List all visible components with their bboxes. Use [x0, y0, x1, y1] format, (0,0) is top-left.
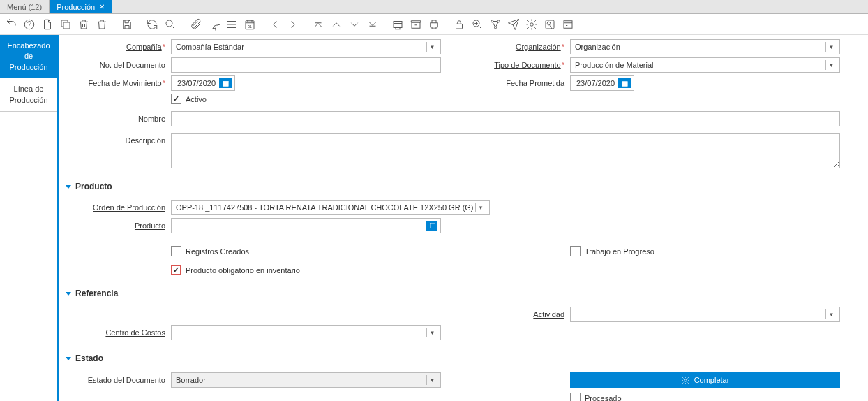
checkbox-box: [171, 246, 181, 256]
label-compania: Compañía*: [63, 43, 171, 51]
section-producto-label: Producto: [75, 182, 112, 191]
send-icon[interactable]: [507, 17, 521, 31]
select-organizacion-value: Organización: [574, 43, 825, 51]
print-icon[interactable]: [427, 17, 441, 31]
down-icon[interactable]: [347, 17, 361, 31]
svg-point-21: [684, 379, 687, 381]
svg-rect-7: [431, 22, 438, 27]
list-icon[interactable]: [225, 17, 239, 31]
svg-rect-1: [63, 22, 70, 29]
select-producto[interactable]: [171, 218, 441, 233]
first-icon[interactable]: [311, 17, 325, 31]
lookup-icon[interactable]: [426, 221, 437, 231]
checkbox-trabajo-label: Trabajo en Progreso: [585, 247, 654, 256]
help-icon[interactable]: [22, 17, 36, 31]
chevron-down-icon[interactable]: ▼: [825, 309, 837, 319]
chevron-down-icon[interactable]: ▼: [825, 60, 837, 70]
completar-button[interactable]: Completar: [570, 372, 840, 388]
checkbox-producto-obligatorio[interactable]: Producto obligatorio en inventario: [171, 265, 300, 275]
side-tab-header[interactable]: Encabezado de Producción: [0, 35, 57, 78]
extra-icon[interactable]: [561, 17, 575, 31]
archive-icon[interactable]: [409, 17, 423, 31]
checkbox-procesado[interactable]: Procesado: [570, 393, 622, 401]
side-tab-line[interactable]: Línea de Producción: [0, 78, 57, 112]
label-tipo-documento: Tipo de Documento*: [462, 61, 570, 69]
tab-produccion[interactable]: Producción ✕: [50, 0, 112, 13]
date-fecha-movimiento[interactable]: 23/07/2020: [171, 75, 235, 91]
chevron-down-icon[interactable]: ▼: [475, 203, 486, 212]
section-referencia-label: Referencia: [75, 289, 118, 298]
collapse-icon: [66, 357, 71, 360]
label-descripcion: Descripción: [63, 133, 171, 145]
label-producto: Producto: [63, 221, 171, 230]
side-tabs: Encabezado de Producción Línea de Produc…: [0, 35, 59, 401]
select-organizacion[interactable]: Organización ▼: [570, 39, 840, 54]
search-icon[interactable]: [163, 17, 177, 31]
label-no-documento: No. del Documento: [63, 61, 171, 69]
last-icon[interactable]: [366, 17, 380, 31]
select-compania[interactable]: Compañía Estándar ▼: [171, 39, 441, 54]
calendar-icon[interactable]: 31: [243, 17, 257, 31]
prev-icon[interactable]: [268, 17, 282, 31]
up-icon[interactable]: [329, 17, 343, 31]
checkbox-box: [171, 94, 181, 104]
close-icon[interactable]: ✕: [99, 3, 105, 10]
copy-icon[interactable]: [59, 17, 73, 31]
section-referencia[interactable]: Referencia: [63, 284, 840, 302]
top-tabs-bar: Menú (12) Producción ✕: [0, 0, 868, 14]
input-no-documento[interactable]: [171, 57, 441, 73]
svg-rect-20: [430, 224, 435, 228]
section-producto[interactable]: Producto: [63, 177, 840, 196]
tab-produccion-label: Producción: [57, 3, 95, 11]
save-icon[interactable]: [120, 17, 134, 31]
textarea-descripcion[interactable]: [171, 133, 840, 168]
select-estado-value: Borrador: [174, 376, 426, 384]
calendar-icon[interactable]: [219, 78, 232, 88]
checkbox-registros-creados[interactable]: Registros Creados: [171, 246, 249, 256]
select-orden-produccion[interactable]: OPP-18 _1117427508 - TORTA RENATA TRADIC…: [171, 200, 490, 215]
zoom-icon[interactable]: [470, 17, 484, 31]
select-centro-costos[interactable]: ▼: [171, 325, 441, 340]
label-fecha-movimiento: Fecha de Movimiento*: [63, 79, 171, 87]
delete2-icon[interactable]: [95, 17, 109, 31]
checkbox-box: [570, 393, 581, 401]
svg-text:31: 31: [248, 24, 252, 28]
tab-menu[interactable]: Menú (12): [0, 0, 50, 13]
completar-label: Completar: [694, 376, 730, 384]
next-icon[interactable]: [286, 17, 300, 31]
svg-point-10: [491, 20, 493, 22]
chevron-down-icon[interactable]: ▼: [426, 42, 437, 52]
select-tipo-documento[interactable]: Producción de Material ▼: [570, 57, 840, 73]
section-estado[interactable]: Estado: [63, 349, 840, 367]
undo-icon[interactable]: [4, 17, 18, 31]
select-actividad[interactable]: ▼: [570, 307, 840, 322]
gear-icon[interactable]: [525, 17, 539, 31]
checkbox-box: [570, 246, 581, 256]
info-icon[interactable]: [543, 17, 557, 31]
workflow-icon[interactable]: [488, 17, 502, 31]
checkbox-trabajo-progreso[interactable]: Trabajo en Progreso: [570, 246, 654, 256]
chevron-down-icon[interactable]: ▼: [426, 375, 437, 385]
attachment-icon[interactable]: [188, 17, 202, 31]
checkbox-registros-label: Registros Creados: [186, 247, 249, 256]
collapse-icon: [66, 292, 71, 296]
delete-icon[interactable]: [77, 17, 91, 31]
date-fecha-prometida-value: 23/07/2020: [574, 79, 618, 87]
date-fecha-prometida[interactable]: 23/07/2020: [570, 75, 634, 91]
chevron-down-icon[interactable]: ▼: [825, 42, 837, 52]
calendar-icon[interactable]: [618, 78, 631, 88]
svg-rect-8: [456, 24, 463, 29]
new-icon[interactable]: [40, 17, 54, 31]
label-actividad: Actividad: [462, 310, 570, 319]
report-icon[interactable]: [391, 17, 405, 31]
label-organizacion: Organización*: [462, 43, 570, 51]
select-compania-value: Compañía Estándar: [174, 43, 426, 51]
select-estado-documento[interactable]: Borrador ▼: [171, 372, 441, 388]
chat-icon[interactable]: [207, 17, 220, 31]
lock-icon[interactable]: [452, 17, 466, 31]
tab-menu-label: Menú (12): [7, 3, 42, 11]
checkbox-activo[interactable]: Activo: [171, 94, 207, 104]
chevron-down-icon[interactable]: ▼: [426, 328, 437, 337]
refresh-icon[interactable]: [145, 17, 159, 31]
checkbox-obligatorio-label: Producto obligatorio en inventario: [186, 266, 300, 275]
